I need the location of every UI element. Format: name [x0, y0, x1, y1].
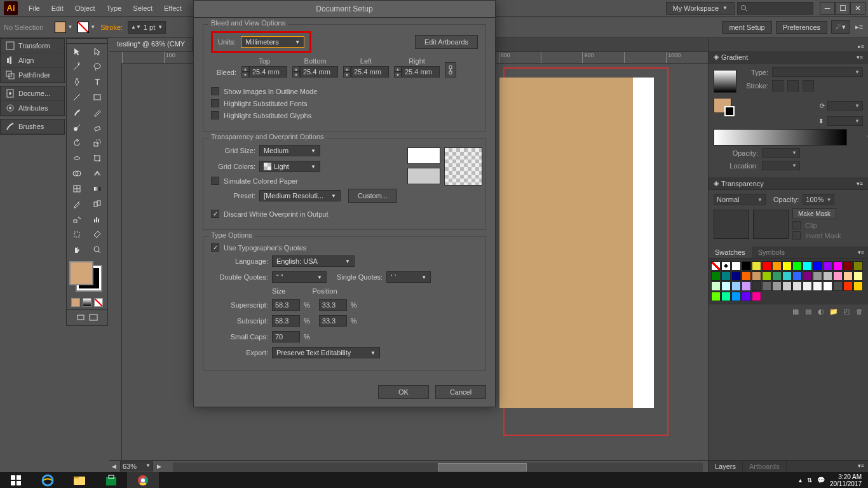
swatch-color[interactable] — [833, 281, 843, 291]
blob-brush-tool[interactable] — [67, 120, 87, 135]
gradient-ramp[interactable] — [714, 129, 847, 146]
gradient-panel-header[interactable]: ◈Gradient▾≡ — [709, 51, 868, 64]
search-input[interactable] — [737, 2, 813, 15]
panel-collapse-icon[interactable]: ▸≡ — [854, 23, 864, 31]
panel-pathfinder[interactable]: Pathfinder — [1, 68, 64, 83]
swatch-color[interactable] — [772, 261, 782, 271]
swatch-color[interactable] — [853, 271, 863, 281]
bleed-right-up[interactable]: ▲ — [394, 66, 402, 72]
eraser-tool[interactable] — [87, 120, 107, 135]
type-tool[interactable]: T — [87, 74, 107, 90]
gradient-ratio-input[interactable]: ▼ — [827, 116, 863, 126]
zoom-tool[interactable] — [87, 242, 107, 257]
direct-selection-tool[interactable] — [87, 44, 107, 59]
width-tool[interactable] — [67, 151, 87, 166]
minimize-button[interactable]: ─ — [820, 2, 835, 15]
line-tool[interactable] — [67, 90, 87, 105]
swatch-color[interactable] — [711, 271, 721, 281]
gradient-location-input[interactable]: ▼ — [762, 161, 800, 170]
start-button[interactable] — [0, 472, 32, 488]
rectangle-tool[interactable] — [87, 90, 107, 105]
swatch-color[interactable] — [711, 281, 721, 291]
eyedropper-tool[interactable] — [67, 196, 87, 212]
swatch-color[interactable] — [721, 292, 731, 301]
screen-mode-button[interactable] — [75, 312, 86, 323]
swatch-group-icon[interactable]: 📁 — [829, 306, 839, 316]
swatch-color[interactable] — [843, 261, 853, 271]
menu-object[interactable]: Object — [69, 4, 101, 12]
tray-network-icon[interactable]: ⇅ — [807, 477, 812, 484]
panel-transform[interactable]: Transform — [1, 39, 64, 53]
swatch-color[interactable] — [711, 292, 721, 301]
swatch-color[interactable] — [782, 281, 792, 291]
swatch-color[interactable] — [752, 271, 761, 281]
selection-tool[interactable] — [67, 44, 87, 59]
stroke-opt-1[interactable] — [772, 80, 783, 92]
rotate-tool[interactable] — [67, 135, 87, 151]
swatch-color[interactable] — [853, 261, 863, 271]
bleed-right-input[interactable]: 25.4 mm — [402, 66, 440, 78]
swatches-tab[interactable]: Swatches — [709, 247, 752, 258]
color-mode-button[interactable] — [71, 298, 80, 307]
panel-attributes[interactable]: Attributes — [1, 101, 64, 116]
gradient-opacity-input[interactable]: ▼ — [762, 148, 800, 158]
swatch-color[interactable] — [823, 261, 832, 271]
swatch-color[interactable] — [742, 292, 751, 301]
document-setup-button[interactable]: ment Setup — [722, 21, 771, 34]
taskbar-explorer[interactable] — [64, 472, 95, 488]
swatch-kind-icon[interactable]: ◐ — [816, 306, 826, 316]
swatch-registration[interactable] — [721, 261, 731, 271]
symbols-tab[interactable]: Symbols — [752, 247, 791, 258]
perspective-tool[interactable] — [87, 166, 107, 181]
swatch-color[interactable] — [813, 281, 822, 291]
swatch-none[interactable] — [711, 261, 721, 271]
artboards-tab[interactable]: Artboards — [743, 461, 787, 472]
export-select[interactable]: Preserve Text Editability▼ — [272, 347, 380, 358]
stroke-opt-3[interactable] — [803, 80, 814, 92]
tray-show-hidden-icon[interactable]: ▴ — [799, 477, 802, 484]
preferences-button[interactable]: Preferences — [776, 21, 827, 34]
units-select[interactable]: Millimeters▼ — [241, 36, 304, 48]
symbol-sprayer-tool[interactable] — [67, 212, 87, 227]
swatch-color[interactable] — [843, 271, 853, 281]
taskbar-ie[interactable] — [32, 472, 64, 488]
swatch-color[interactable] — [853, 281, 863, 291]
swatch-color[interactable] — [823, 281, 832, 291]
tray-action-center-icon[interactable]: 💬 — [817, 477, 825, 484]
document-tab[interactable]: testing* @ 63% (CMY — [109, 38, 193, 51]
highlight-fonts-checkbox[interactable] — [211, 99, 219, 107]
stroke-opt-2[interactable] — [787, 80, 799, 92]
pencil-tool[interactable] — [87, 105, 107, 120]
discard-overprint-checkbox[interactable]: ✓ — [211, 210, 219, 218]
column-graph-tool[interactable] — [87, 212, 107, 227]
swatch-color[interactable] — [762, 271, 771, 281]
tray-clock[interactable]: 3:20 AM 20/11/2017 — [830, 473, 862, 487]
swatch-color[interactable] — [721, 281, 731, 291]
make-mask-button[interactable]: Make Mask — [792, 208, 836, 219]
swatch-color[interactable] — [752, 281, 761, 291]
swatch-color[interactable] — [833, 261, 843, 271]
stroke-swatch[interactable] — [78, 22, 89, 33]
scale-tool[interactable] — [87, 135, 107, 151]
magic-wand-tool[interactable] — [67, 59, 87, 74]
transparency-opacity-input[interactable]: 100%▼ — [803, 194, 834, 205]
subscript-pos-input[interactable]: 33.3 — [319, 315, 347, 327]
taskbar-store[interactable] — [95, 472, 127, 488]
clip-checkbox[interactable] — [792, 221, 801, 229]
bleed-bottom-input[interactable]: 25.4 mm — [300, 66, 338, 78]
bleed-top-down[interactable]: ▼ — [241, 72, 249, 78]
swatch-color[interactable] — [731, 271, 741, 281]
swatch-color[interactable] — [731, 281, 741, 291]
swatch-color[interactable] — [803, 261, 812, 271]
gradient-fill-swatch[interactable] — [714, 98, 731, 113]
grid-color-light[interactable] — [407, 147, 440, 164]
outline-images-checkbox[interactable] — [211, 87, 219, 95]
swatch-color[interactable] — [803, 271, 812, 281]
grid-size-select[interactable]: Medium▼ — [259, 145, 320, 156]
single-quotes-select[interactable]: ‘ ’▼ — [386, 271, 431, 283]
shape-builder-tool[interactable] — [67, 166, 87, 181]
gradient-type-select[interactable]: ▼ — [772, 67, 863, 77]
slice-tool[interactable] — [87, 227, 107, 242]
bleed-bottom-down[interactable]: ▼ — [292, 72, 300, 78]
lasso-tool[interactable] — [87, 59, 107, 74]
